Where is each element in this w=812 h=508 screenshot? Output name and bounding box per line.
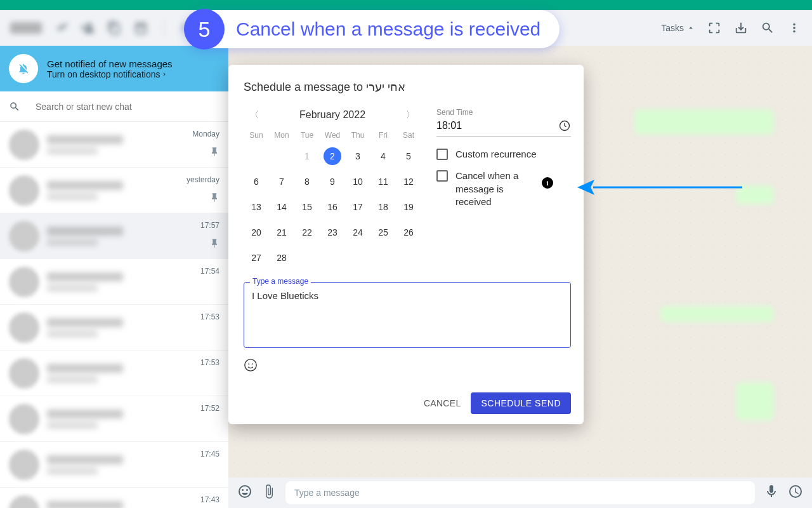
double-check-icon[interactable] [53, 20, 69, 36]
cal-day[interactable]: 14 [269, 198, 294, 216]
cal-day[interactable]: 3 [345, 147, 370, 165]
attach-icon[interactable] [261, 484, 277, 502]
compose-input[interactable]: Type a message [285, 481, 755, 504]
schedule-modal: Schedule a message to אחי יערי 〈 Februar… [228, 65, 584, 424]
chat-time: 17:45 [200, 450, 219, 458]
avatar [9, 450, 39, 480]
calendar-icon[interactable] [133, 20, 148, 36]
svg-point-1 [245, 359, 256, 371]
cal-day[interactable]: 6 [244, 173, 269, 190]
chat-time: 17:57 [200, 221, 219, 230]
cal-day[interactable]: 11 [370, 173, 396, 190]
avatar [9, 404, 39, 434]
menu-icon[interactable] [787, 20, 802, 36]
cal-day[interactable]: 20 [244, 224, 269, 241]
copy-icon[interactable] [107, 20, 122, 36]
chat-item[interactable]: 17:43 [0, 488, 228, 508]
cal-dow: Mon [269, 131, 294, 140]
download-icon[interactable] [733, 20, 749, 36]
avatar [9, 495, 39, 509]
calendar: 〈 February 2022 〉 SunMonTueWedThuFriSat1… [244, 107, 421, 267]
tasks-dropdown[interactable]: Tasks [661, 23, 695, 33]
cal-day[interactable]: 1 [294, 147, 320, 165]
calendar-month-label: February 2022 [299, 109, 365, 121]
cal-day[interactable]: 9 [320, 173, 345, 190]
cal-day[interactable]: 5 [396, 147, 421, 165]
chat-item[interactable]: 17:45 [0, 442, 228, 488]
chat-item[interactable]: yesterday [0, 168, 228, 213]
message-bubble [634, 109, 774, 135]
clock-icon[interactable] [788, 484, 803, 502]
message-textarea[interactable] [244, 282, 571, 348]
search-input[interactable] [36, 102, 219, 112]
chat-time: yesterday [187, 175, 219, 184]
emoji-picker-button[interactable] [244, 358, 571, 375]
chat-item[interactable]: 17:54 [0, 259, 228, 305]
next-month-button[interactable]: 〉 [403, 107, 417, 123]
chat-time: 17:54 [200, 267, 219, 276]
mic-icon[interactable] [764, 484, 779, 502]
cal-day[interactable]: 13 [244, 198, 269, 216]
cal-day[interactable]: 25 [370, 224, 396, 241]
cal-day[interactable]: 26 [396, 224, 421, 241]
chat-item[interactable]: Monday [0, 122, 228, 168]
compose-placeholder: Type a message [294, 488, 360, 498]
chat-item[interactable]: 17:57 [0, 213, 228, 259]
cal-day[interactable]: 12 [396, 173, 421, 190]
step-number: 5 [184, 9, 225, 50]
checkbox-icon[interactable] [436, 149, 448, 160]
avatar [9, 175, 39, 206]
chat-search[interactable] [0, 91, 228, 122]
search-icon [9, 101, 20, 112]
custom-recurrence-row[interactable]: Custom recurrence [436, 148, 571, 161]
cal-day[interactable]: 17 [345, 198, 370, 216]
send-time-field[interactable]: 18:01 [436, 119, 571, 137]
checkbox-icon[interactable] [436, 170, 448, 182]
cal-day[interactable]: 27 [244, 249, 269, 267]
cal-day[interactable]: 15 [294, 198, 320, 216]
schedule-send-button[interactable]: SCHEDULE SEND [471, 392, 571, 414]
top-green-bar [0, 0, 812, 10]
info-icon[interactable]: i [542, 177, 553, 189]
chat-item[interactable]: 17:52 [0, 396, 228, 442]
chat-item[interactable]: 17:53 [0, 305, 228, 351]
custom-recurrence-label: Custom recurrence [455, 148, 537, 161]
pin-icon [209, 238, 219, 251]
cal-day[interactable]: 2 [324, 147, 341, 165]
cal-day[interactable]: 19 [396, 198, 421, 216]
message-field-label: Type a message [250, 277, 311, 286]
cal-dow: Wed [320, 131, 345, 140]
cal-day[interactable]: 24 [345, 224, 370, 241]
avatar [9, 267, 39, 297]
avatar [9, 221, 39, 251]
cal-day[interactable]: 22 [294, 224, 320, 241]
clock-icon [558, 119, 571, 132]
cal-day[interactable]: 23 [320, 224, 345, 241]
avatar [9, 358, 39, 389]
notification-banner[interactable]: Get notified of new messages Turn on des… [0, 46, 228, 91]
modal-title: Schedule a message to אחי יערי [244, 80, 571, 94]
message-bubble [736, 185, 774, 204]
cal-day[interactable]: 21 [269, 224, 294, 241]
cal-day[interactable]: 28 [269, 249, 294, 267]
chat-time: 17:52 [200, 404, 219, 413]
cal-day[interactable]: 7 [269, 173, 294, 190]
cal-day[interactable]: 4 [370, 147, 396, 165]
cal-day[interactable]: 10 [345, 173, 370, 190]
notification-link[interactable]: Turn on desktop notifications [47, 69, 173, 79]
cal-day[interactable]: 8 [294, 173, 320, 190]
cal-day[interactable]: 18 [370, 198, 396, 216]
send-time-value: 18:01 [436, 120, 558, 131]
emoji-icon[interactable] [237, 484, 252, 502]
fullscreen-icon[interactable] [707, 20, 722, 36]
prev-month-button[interactable]: 〈 [247, 107, 261, 123]
add-person-icon[interactable] [80, 20, 95, 36]
search-icon[interactable] [760, 20, 775, 36]
cancel-on-receive-row[interactable]: Cancel when a message is received i [436, 170, 571, 208]
chat-item[interactable]: 17:53 [0, 351, 228, 396]
contact-name-blur [10, 22, 42, 34]
svg-point-3 [252, 363, 253, 364]
cal-day[interactable]: 16 [320, 198, 345, 216]
cancel-button[interactable]: CANCEL [424, 398, 461, 408]
emoji-bubble [736, 382, 774, 420]
